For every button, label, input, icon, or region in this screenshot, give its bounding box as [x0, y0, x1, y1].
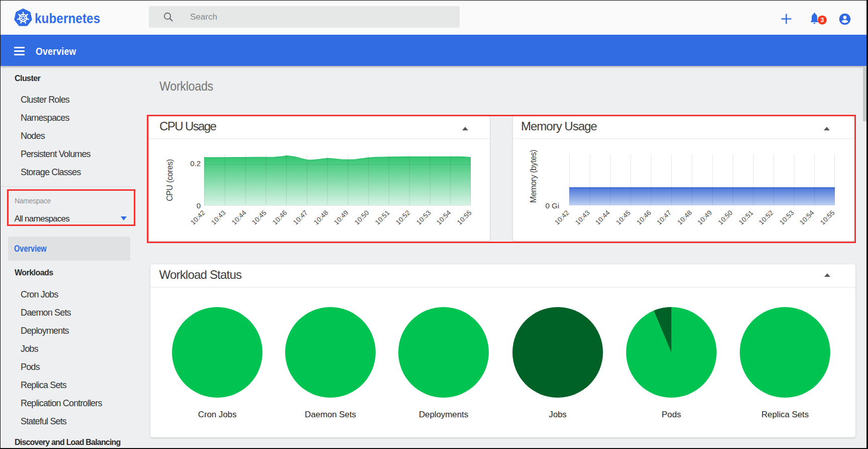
svg-text:3: 3	[821, 17, 824, 24]
